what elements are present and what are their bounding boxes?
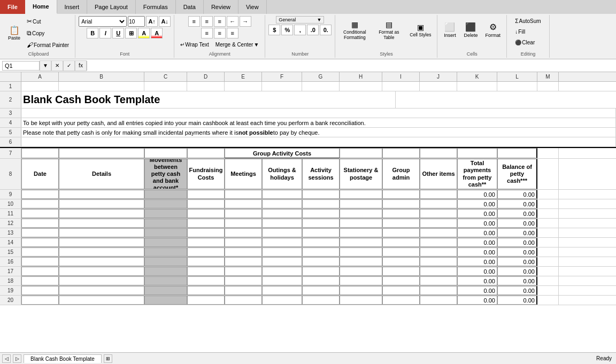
italic-button[interactable]: I: [99, 28, 111, 38]
cell-f10[interactable]: [262, 199, 302, 208]
cell-k17[interactable]: 0.00: [457, 267, 497, 276]
cell-m17[interactable]: [537, 267, 559, 276]
border-button[interactable]: ⊞: [125, 28, 137, 38]
cell-b20[interactable]: [59, 296, 144, 305]
align-top-right-button[interactable]: ≡: [214, 16, 226, 27]
cell-g1[interactable]: [302, 82, 340, 91]
cell-c10[interactable]: [144, 199, 187, 208]
cell-a15[interactable]: [21, 247, 59, 257]
cell-d18[interactable]: [187, 276, 225, 285]
cell-i18[interactable]: [382, 276, 420, 285]
cell-m15[interactable]: [537, 247, 559, 257]
cell-b9[interactable]: [59, 190, 144, 199]
cell-m18[interactable]: [537, 276, 559, 285]
format-painter-button[interactable]: 🖌 Format Painter: [24, 40, 72, 50]
cell-j15[interactable]: [420, 247, 457, 257]
cell-c15[interactable]: [144, 247, 187, 257]
cell-f9[interactable]: [262, 190, 302, 199]
cell-l17[interactable]: 0.00: [497, 267, 537, 276]
cell-h12[interactable]: [340, 219, 382, 228]
cell-a2[interactable]: Blank Cash Book Template: [21, 91, 396, 108]
cell-g17[interactable]: [302, 267, 340, 276]
cell-k16[interactable]: 0.00: [457, 257, 497, 266]
cell-l15[interactable]: 0.00: [497, 247, 537, 257]
cell-a18[interactable]: [21, 276, 59, 285]
confirm-formula-button[interactable]: ✓: [63, 60, 75, 71]
conditional-formatting-button[interactable]: ▦ Conditional Formatting: [338, 16, 371, 44]
cell-j7[interactable]: [420, 148, 457, 158]
cell-l16[interactable]: 0.00: [497, 257, 537, 266]
cell-j9[interactable]: [420, 190, 457, 199]
cell-a9[interactable]: [21, 190, 59, 199]
col-header-b[interactable]: B: [59, 72, 144, 81]
col-header-d[interactable]: D: [187, 72, 225, 81]
number-format-select[interactable]: General▼: [276, 16, 324, 24]
tab-data[interactable]: Data: [176, 0, 204, 14]
cell-i13[interactable]: [382, 228, 420, 237]
align-bottom-center-button[interactable]: ≡: [214, 28, 226, 38]
col-header-h[interactable]: H: [340, 72, 382, 81]
col-header-a[interactable]: A: [21, 72, 59, 81]
cell-m19[interactable]: [537, 286, 559, 295]
cell-d17[interactable]: [187, 267, 225, 276]
cell-c11[interactable]: [144, 209, 187, 218]
percent-button[interactable]: %: [281, 25, 293, 35]
cell-h9[interactable]: [340, 190, 382, 199]
cell-b7[interactable]: [59, 148, 144, 158]
cell-j19[interactable]: [420, 286, 457, 295]
cell-i14[interactable]: [382, 238, 420, 247]
cell-g12[interactable]: [302, 219, 340, 228]
tab-insert[interactable]: Insert: [57, 0, 88, 14]
cell-c17[interactable]: [144, 267, 187, 276]
cell-d14[interactable]: [187, 238, 225, 247]
cell-g19[interactable]: [302, 286, 340, 295]
cell-m7[interactable]: [537, 148, 559, 158]
cell-l1[interactable]: [497, 82, 537, 91]
cell-g10[interactable]: [302, 199, 340, 208]
cell-k9[interactable]: 0.00: [457, 190, 497, 199]
cell-a20[interactable]: [21, 296, 59, 305]
cell-j12[interactable]: [420, 219, 457, 228]
cell-f13[interactable]: [262, 228, 302, 237]
cell-k19[interactable]: 0.00: [457, 286, 497, 295]
cell-a11[interactable]: [21, 209, 59, 218]
cell-b10[interactable]: [59, 199, 144, 208]
cell-h10[interactable]: [340, 199, 382, 208]
cell-b14[interactable]: [59, 238, 144, 247]
cell-h15[interactable]: [340, 247, 382, 257]
cell-j13[interactable]: [420, 228, 457, 237]
cell-h19[interactable]: [340, 286, 382, 295]
cell-styles-button[interactable]: ▣ Cell Styles: [407, 16, 434, 44]
cell-a19[interactable]: [21, 286, 59, 295]
cell-l12[interactable]: 0.00: [497, 219, 537, 228]
cell-i9[interactable]: [382, 190, 420, 199]
cell-i20[interactable]: [382, 296, 420, 305]
font-decrease-button[interactable]: A↓: [159, 16, 171, 27]
cell-i15[interactable]: [382, 247, 420, 257]
cell-c14[interactable]: [144, 238, 187, 247]
comma-button[interactable]: ,: [294, 25, 306, 35]
format-table-button[interactable]: ▤ Format as Table: [373, 16, 405, 44]
fill-button[interactable]: ↓ Fill: [512, 27, 543, 36]
cell-a16[interactable]: [21, 257, 59, 266]
insert-button[interactable]: ⬜ Insert: [441, 16, 459, 44]
cell-c1[interactable]: [144, 82, 187, 91]
cell-d16[interactable]: [187, 257, 225, 266]
cell-d12[interactable]: [187, 219, 225, 228]
paste-button[interactable]: 📋 Paste: [5, 19, 23, 47]
cell-l18[interactable]: 0.00: [497, 276, 537, 285]
col-header-g[interactable]: G: [302, 72, 340, 81]
cell-a12[interactable]: [21, 219, 59, 228]
cell-e11[interactable]: [225, 209, 262, 218]
cell-m11[interactable]: [537, 209, 559, 218]
cell-a5[interactable]: Please note that petty cash is only for …: [21, 128, 616, 137]
cell-e9[interactable]: [225, 190, 262, 199]
font-color-button[interactable]: A: [151, 28, 163, 38]
font-increase-button[interactable]: A↑: [146, 16, 158, 27]
cell-j10[interactable]: [420, 199, 457, 208]
cell-e18[interactable]: [225, 276, 262, 285]
currency-button[interactable]: $: [268, 25, 280, 35]
cell-i19[interactable]: [382, 286, 420, 295]
cell-d9[interactable]: [187, 190, 225, 199]
format-button[interactable]: ⚙ Format: [482, 16, 503, 44]
